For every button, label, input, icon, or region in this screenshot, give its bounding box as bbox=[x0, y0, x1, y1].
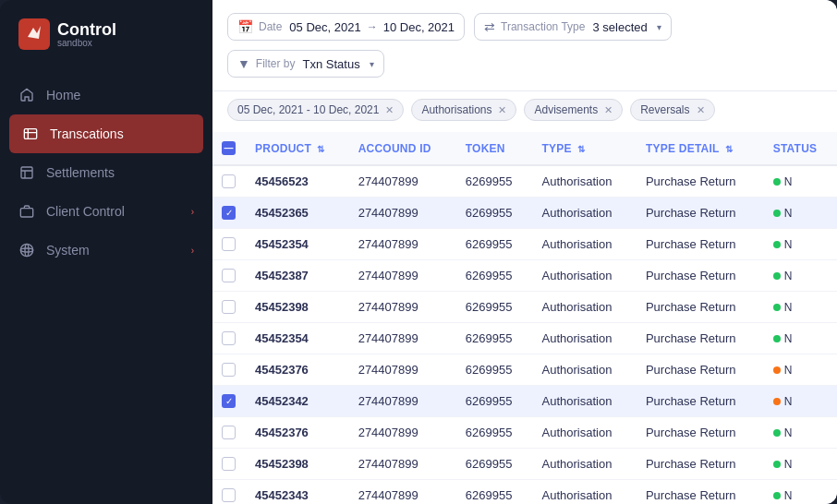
row-token-6: 6269955 bbox=[456, 354, 533, 386]
table-row[interactable]: 454523542744078996269955AuthorisationPur… bbox=[212, 323, 837, 354]
row-checkbox-9[interactable] bbox=[212, 449, 246, 480]
sidebar-item-settlements[interactable]: Settlements bbox=[0, 153, 212, 192]
table-row[interactable]: 454523762744078996269955AuthorisationPur… bbox=[212, 354, 837, 386]
status-dot-1 bbox=[773, 210, 781, 217]
sidebar-item-system[interactable]: System› bbox=[0, 231, 212, 270]
status-dot-9 bbox=[773, 461, 781, 468]
status-text-8: N bbox=[784, 426, 793, 439]
row-type-4: Authorisation bbox=[533, 292, 637, 323]
tag-remove-3[interactable]: ✕ bbox=[697, 104, 705, 116]
col-header-product[interactable]: PRODUCT ⇅ bbox=[246, 132, 349, 165]
date-arrow: → bbox=[367, 20, 378, 33]
row-checkbox-3[interactable] bbox=[212, 260, 246, 292]
toolbar: 📅 Date 05 Dec, 2021 → 10 Dec, 2021 ⇄ Tra… bbox=[212, 0, 837, 91]
row-status-8: N bbox=[764, 417, 837, 449]
row-type-detail-6: Purchase Return bbox=[637, 354, 764, 386]
sidebar-item-home[interactable]: Home bbox=[0, 76, 212, 114]
col-header-account_id: ACCOUND ID bbox=[349, 132, 456, 165]
row-account-id-1: 274407899 bbox=[349, 198, 456, 229]
table-row[interactable]: 454565232744078996269955AuthorisationPur… bbox=[212, 165, 837, 198]
svg-rect-1 bbox=[24, 129, 36, 139]
col-header-checkbox: — bbox=[212, 132, 246, 165]
status-dot-8 bbox=[773, 429, 781, 437]
row-type-detail-1: Purchase Return bbox=[637, 198, 764, 229]
header-checkbox[interactable]: — bbox=[222, 141, 236, 155]
sidebar-item-transactions-label: Transcations bbox=[50, 126, 124, 141]
sidebar-item-system-label: System bbox=[46, 243, 90, 258]
row-checkbox-5[interactable] bbox=[212, 323, 246, 354]
table-row[interactable]: ✓454523422744078996269955AuthorisationPu… bbox=[212, 386, 837, 417]
tag-remove-2[interactable]: ✕ bbox=[604, 104, 613, 116]
filter-by-chip[interactable]: ▼ Filter by Txn Status ▾ bbox=[227, 50, 384, 78]
col-header-type_detail[interactable]: TYPE DETAIL ⇅ bbox=[637, 132, 764, 165]
table-row[interactable]: ✓454523652744078996269955AuthorisationPu… bbox=[212, 198, 837, 229]
settlements-icon bbox=[18, 164, 35, 181]
tag-remove-1[interactable]: ✕ bbox=[498, 104, 506, 116]
row-checkbox-1[interactable]: ✓ bbox=[212, 198, 246, 229]
row-checkbox-2[interactable] bbox=[212, 229, 246, 260]
table-row[interactable]: 454523432744078996269955AuthorisationPur… bbox=[212, 480, 837, 505]
status-dot-2 bbox=[773, 241, 781, 248]
status-dot-4 bbox=[773, 304, 781, 311]
row-checkbox-0[interactable] bbox=[212, 165, 246, 198]
row-product-7: 45452342 bbox=[246, 386, 349, 417]
row-status-0: N bbox=[764, 165, 837, 198]
row-product-5: 45452354 bbox=[246, 323, 349, 354]
table-row[interactable]: 454523872744078996269955AuthorisationPur… bbox=[212, 260, 837, 292]
row-checkbox-4[interactable] bbox=[212, 292, 246, 323]
table-body: 454565232744078996269955AuthorisationPur… bbox=[212, 165, 837, 504]
table-row[interactable]: 454523542744078996269955AuthorisationPur… bbox=[212, 229, 837, 260]
tag-pill-3[interactable]: Reversals✕ bbox=[630, 99, 714, 121]
row-status-4: N bbox=[764, 292, 837, 323]
row-checkbox-8[interactable] bbox=[212, 417, 246, 449]
row-account-id-5: 274407899 bbox=[349, 323, 456, 354]
row-product-8: 45452376 bbox=[246, 417, 349, 449]
date-filter-chip[interactable]: 📅 Date 05 Dec, 2021 → 10 Dec, 2021 bbox=[227, 13, 465, 41]
status-dot-7 bbox=[773, 398, 781, 405]
date-label: Date bbox=[259, 20, 282, 33]
tag-label-1: Authorisations bbox=[421, 103, 491, 116]
row-type-6: Authorisation bbox=[533, 354, 637, 386]
col-header-type[interactable]: TYPE ⇅ bbox=[533, 132, 637, 165]
row-type-detail-5: Purchase Return bbox=[637, 323, 764, 354]
row-type-detail-8: Purchase Return bbox=[637, 417, 764, 449]
tag-remove-0[interactable]: ✕ bbox=[385, 104, 394, 116]
status-text-5: N bbox=[784, 332, 793, 345]
row-status-2: N bbox=[764, 229, 837, 260]
row-account-id-10: 274407899 bbox=[349, 480, 456, 505]
tag-pill-0[interactable]: 05 Dec, 2021 - 10 Dec, 2021✕ bbox=[227, 99, 404, 121]
row-product-4: 45452398 bbox=[246, 292, 349, 323]
row-type-2: Authorisation bbox=[533, 229, 637, 260]
row-checkbox-7[interactable]: ✓ bbox=[212, 386, 246, 417]
row-token-8: 6269955 bbox=[456, 417, 533, 449]
txn-type-filter-chip[interactable]: ⇄ Transaction Type 3 selected ▾ bbox=[474, 13, 672, 41]
sort-icon-type_detail: ⇅ bbox=[722, 144, 733, 154]
data-table: —PRODUCT ⇅ACCOUND IDTOKENTYPE ⇅TYPE DETA… bbox=[212, 132, 837, 504]
row-status-3: N bbox=[764, 260, 837, 292]
row-token-4: 6269955 bbox=[456, 292, 533, 323]
tag-pill-2[interactable]: Advisements✕ bbox=[524, 99, 623, 121]
status-dot-3 bbox=[773, 272, 781, 280]
status-text-0: N bbox=[784, 175, 793, 188]
row-checkbox-6[interactable] bbox=[212, 354, 246, 386]
table-row[interactable]: 454523982744078996269955AuthorisationPur… bbox=[212, 292, 837, 323]
row-status-7: N bbox=[764, 386, 837, 417]
chevron-right-icon: › bbox=[191, 246, 194, 256]
row-type-10: Authorisation bbox=[533, 480, 637, 505]
tag-label-0: 05 Dec, 2021 - 10 Dec, 2021 bbox=[237, 103, 379, 116]
row-token-9: 6269955 bbox=[456, 449, 533, 480]
row-checkbox-10[interactable] bbox=[212, 480, 246, 505]
table-row[interactable]: 454523982744078996269955AuthorisationPur… bbox=[212, 449, 837, 480]
sidebar-item-client-control[interactable]: Client Control› bbox=[0, 192, 212, 231]
sidebar: Control sandbox HomeTranscationsSettleme… bbox=[0, 0, 212, 504]
sidebar-item-transactions[interactable]: Transcations bbox=[9, 114, 203, 153]
row-type-8: Authorisation bbox=[533, 417, 637, 449]
tag-pill-1[interactable]: Authorisations✕ bbox=[411, 99, 516, 121]
status-text-4: N bbox=[784, 301, 793, 314]
row-status-6: N bbox=[764, 354, 837, 386]
row-account-id-9: 274407899 bbox=[349, 449, 456, 480]
row-token-7: 6269955 bbox=[456, 386, 533, 417]
sort-icon-type: ⇅ bbox=[575, 144, 585, 154]
row-type-5: Authorisation bbox=[533, 323, 637, 354]
table-row[interactable]: 454523762744078996269955AuthorisationPur… bbox=[212, 417, 837, 449]
